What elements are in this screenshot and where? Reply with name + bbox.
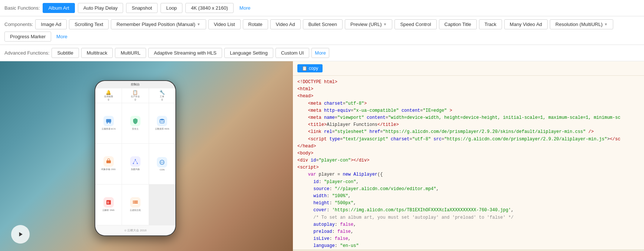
- language-setting-button[interactable]: Language Setting: [224, 48, 273, 58]
- svg-point-5: [135, 159, 136, 160]
- components-label: Components:: [4, 22, 33, 27]
- code-line-script-src: <script type="text/javascript" charset="…: [297, 136, 640, 143]
- svg-point-7: [137, 163, 138, 164]
- code-line-var-player: var player = new Aliplayer({: [297, 171, 640, 178]
- code-line-head-close: </head>: [297, 143, 640, 150]
- album-art-button[interactable]: Album Art: [43, 3, 75, 13]
- phone-status-bar: 控制台: [95, 81, 175, 88]
- copy-button[interactable]: 📋 copy: [297, 64, 323, 72]
- svg-point-2: [109, 123, 110, 124]
- remember-played-button[interactable]: Remember Played Position (Manual) ▼: [111, 19, 206, 29]
- clipboard-icon: 📋: [132, 90, 138, 95]
- more-basic-button[interactable]: More: [237, 3, 254, 13]
- grid-item-rds: 云数据库 RDS: [149, 103, 175, 144]
- resolution-multiurl-button[interactable]: Resolution (MultiURL) ▼: [550, 19, 613, 29]
- grid-item-dns: D 云解析 DNS: [95, 185, 122, 225]
- svg-point-1: [106, 123, 108, 124]
- more-components-button[interactable]: More: [53, 32, 70, 41]
- preview-url-button[interactable]: Preview (URL) ▼: [345, 19, 392, 29]
- snapshot-button[interactable]: Snapshot: [126, 3, 158, 13]
- code-panel: 📋 copy <!DOCTYPE html> <html> <head> <me…: [293, 61, 644, 251]
- basic-functions-label: Basic Functions:: [4, 5, 40, 11]
- code-line-script-open: <script>: [297, 164, 640, 171]
- svg-rect-0: [106, 119, 111, 123]
- svg-rect-4: [106, 160, 111, 163]
- play-button[interactable]: [11, 225, 30, 244]
- phone-screen: 控制台 🔔 应用报警 0 📋 生产作业 0: [95, 81, 175, 235]
- track-button[interactable]: Track: [479, 19, 502, 29]
- svg-point-18: [133, 203, 134, 203]
- code-line-html-open: <html>: [297, 86, 640, 93]
- svg-line-8: [133, 160, 135, 163]
- svg-text:D: D: [107, 201, 109, 204]
- code-line-head-open: <head>: [297, 93, 640, 100]
- custom-ui-button[interactable]: Custom UI: [275, 48, 309, 58]
- resolution-arrow: ▼: [604, 22, 608, 26]
- basic-functions-bar: Basic Functions: Album Art Auto Play Del…: [0, 0, 644, 16]
- speed-control-button[interactable]: Speed Control: [394, 19, 436, 29]
- preview-url-arrow: ▼: [383, 22, 387, 26]
- phone-nav-alarm: 🔔 应用报警 0: [95, 88, 122, 103]
- grid-item-shield: 安全土: [122, 103, 148, 144]
- code-toolbar: 📋 copy: [293, 61, 644, 76]
- code-line-islive: isLive: false,: [297, 235, 640, 242]
- video-list-button[interactable]: Video List: [208, 19, 241, 29]
- copy-icon: 📋: [302, 66, 307, 71]
- 4k-button[interactable]: 4K (3840 x 2160): [185, 3, 234, 13]
- code-line-meta-charset: <meta charset="utf-8">: [297, 100, 640, 107]
- caption-title-button[interactable]: Caption Title: [439, 19, 477, 29]
- video-ad-button[interactable]: Video Ad: [270, 19, 301, 29]
- grid-item-host: 云虚拟主机: [122, 185, 148, 225]
- code-line-player-div: <div id="player-con"></div>: [297, 157, 640, 164]
- scrolling-text-button[interactable]: Scrolling Text: [69, 19, 109, 29]
- cdn-icon: [157, 157, 167, 167]
- svg-point-6: [133, 163, 134, 164]
- rotate-button[interactable]: Rotate: [243, 19, 268, 29]
- ecs-icon: [103, 116, 114, 126]
- code-line-height: height: "500px",: [297, 200, 640, 207]
- adaptive-streaming-button[interactable]: Adaptive Streaming with HLS: [148, 48, 222, 58]
- components-bar: Components: Image Ad Scrolling Text Reme…: [0, 16, 644, 45]
- phone-bottom-nav: ⊙ 云栖大会 2016: [95, 225, 175, 235]
- bullet-screen-button[interactable]: Bullet Screen: [303, 19, 343, 29]
- video-background: 控制台 🔔 应用报警 0 📋 生产作业 0: [0, 61, 293, 251]
- code-line-doctype: <!DOCTYPE html>: [297, 79, 640, 86]
- more-advanced-button[interactable]: More: [311, 48, 329, 58]
- horizontal-scrollbar[interactable]: [293, 250, 644, 251]
- code-line-meta-viewport: <meta name="viewport" content="width=dev…: [297, 114, 640, 121]
- phone-grid: 云服务器 ECS 安全土 云数据库 RDS: [95, 103, 175, 225]
- code-line-meta-http: <meta http-equiv="x-ua-compatible" conte…: [297, 107, 640, 114]
- phone-nav-work: 📋 生产作业 0: [122, 88, 149, 103]
- image-ad-button[interactable]: Image Ad: [35, 19, 67, 29]
- dns-icon: D: [103, 197, 114, 208]
- advanced-functions-bar: Advanced Functions: Subtitle Multitrack …: [0, 45, 644, 61]
- code-line-source: source: "//player.alicdn.com/video/edito…: [297, 186, 640, 193]
- code-line-link: <link rel="stylesheet" href="https://g.a…: [297, 128, 640, 136]
- svg-point-17: [133, 201, 134, 202]
- multitrack-button[interactable]: Multitrack: [81, 48, 113, 58]
- phone-nav: 🔔 应用报警 0 📋 生产作业 0 🔧 工单 0: [95, 88, 175, 103]
- code-line-preload: preload: false,: [297, 228, 640, 235]
- code-content[interactable]: <!DOCTYPE html> <html> <head> <meta char…: [293, 76, 644, 250]
- svg-marker-19: [19, 232, 23, 237]
- remember-played-arrow: ▼: [197, 22, 201, 26]
- video-panel: 控制台 🔔 应用报警 0 📋 生产作业 0: [0, 61, 293, 251]
- svg-line-9: [135, 160, 137, 163]
- svg-point-3: [160, 119, 164, 121]
- subtitle-button[interactable]: Subtitle: [52, 48, 79, 58]
- auto-play-delay-button[interactable]: Auto Play Delay: [78, 3, 123, 13]
- phone-nav-ticket: 🔧 工单 0: [149, 88, 175, 103]
- grid-item-slb: 负载均衡: [122, 144, 148, 184]
- many-video-ad-button[interactable]: Many Video Ad: [504, 19, 548, 29]
- loop-button[interactable]: Loop: [161, 3, 182, 13]
- multiurl-button[interactable]: MultiURL: [115, 48, 146, 58]
- code-line-id: id: "player-con",: [297, 179, 640, 186]
- shield-grid-icon: [130, 116, 141, 126]
- grid-item-cdn: CDN: [149, 144, 175, 184]
- svg-rect-15: [133, 201, 138, 202]
- bell-icon: 🔔: [106, 90, 111, 95]
- progress-marker-button[interactable]: Progress Marker: [4, 32, 51, 42]
- wrench-icon: 🔧: [159, 90, 165, 95]
- code-line-title: <title>Aliplayer Functions</title>: [297, 121, 640, 128]
- main-content: 控制台 🔔 应用报警 0 📋 生产作业 0: [0, 61, 644, 251]
